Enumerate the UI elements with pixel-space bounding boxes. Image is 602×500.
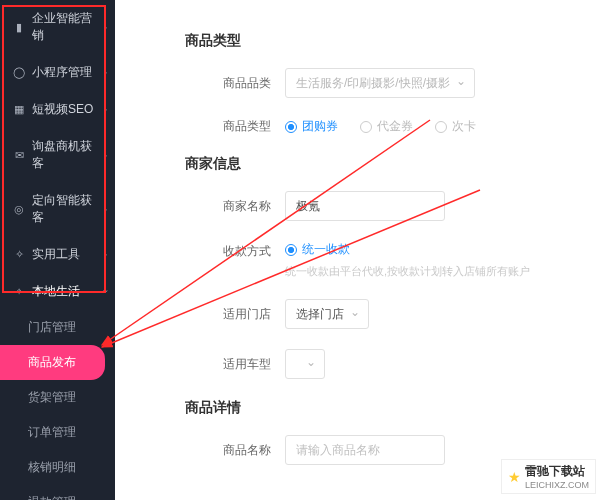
chevron-down-icon: › (100, 290, 111, 293)
radio-group-collect: 统一收款 (285, 241, 530, 258)
select-value: 生活服务/印刷摄影/快照/摄影 (296, 75, 450, 92)
row-type: 商品类型 团购券 代金券 次卡 (205, 118, 578, 135)
menu-label: 企业智能营销 (32, 10, 104, 44)
radio-dot-icon (435, 121, 447, 133)
sub-item-order-manage[interactable]: 订单管理 (0, 415, 115, 450)
menu-local-life[interactable]: ⌖ 本地生活 › (0, 273, 115, 310)
radio-groupbuy[interactable]: 团购券 (285, 118, 338, 135)
row-merchant-name: 商家名称 极氪 (205, 191, 578, 221)
menu-tools[interactable]: ✧ 实用工具 › (0, 236, 115, 273)
grid-icon: ▦ (12, 103, 26, 117)
label-merchant-name: 商家名称 (205, 198, 271, 215)
sub-item-product-publish[interactable]: 商品发布 (0, 345, 105, 380)
watermark-sub: LEICHIXZ.COM (525, 480, 589, 490)
main-content: 商品类型 商品品类 生活服务/印刷摄影/快照/摄影 商品类型 团购券 代金券 次… (115, 0, 602, 500)
chat-icon: ✉ (12, 148, 26, 162)
submenu-local-life: 门店管理 商品发布 货架管理 订单管理 核销明细 退款管理 (0, 310, 115, 500)
menu-inquiry-leads[interactable]: ✉ 询盘商机获客 › (0, 128, 115, 182)
chevron-right-icon: › (104, 67, 107, 78)
radio-voucher[interactable]: 代金券 (360, 118, 413, 135)
chevron-right-icon: › (104, 104, 107, 115)
sub-item-verify-detail[interactable]: 核销明细 (0, 450, 115, 485)
watermark-title: 雷驰下载站 (525, 463, 589, 480)
sub-item-store-manage[interactable]: 门店管理 (0, 310, 115, 345)
sub-item-refund-manage[interactable]: 退款管理 (0, 485, 115, 500)
row-car: 适用车型 (205, 349, 578, 379)
menu-miniprogram[interactable]: ◯ 小程序管理 › (0, 54, 115, 91)
menu-targeted-acquire[interactable]: ◎ 定向智能获客 › (0, 182, 115, 236)
button-label: 选择门店 (296, 306, 344, 323)
chevron-right-icon: › (104, 22, 107, 33)
menu-short-video-seo[interactable]: ▦ 短视频SEO › (0, 91, 115, 128)
row-category: 商品品类 生活服务/印刷摄影/快照/摄影 (205, 68, 578, 98)
chevron-right-icon: › (104, 249, 107, 260)
watermark-badge: ★ 雷驰下载站 LEICHIXZ.COM (501, 459, 596, 494)
select-store-button[interactable]: 选择门店 (285, 299, 369, 329)
menu-label: 本地生活 (32, 283, 104, 300)
radio-unified-collect[interactable]: 统一收款 (285, 241, 350, 258)
radio-label: 团购券 (302, 118, 338, 135)
input-merchant-name[interactable]: 极氪 (285, 191, 445, 221)
label-collect: 收款方式 (205, 241, 271, 260)
label-product-name: 商品名称 (205, 442, 271, 459)
sub-item-shelf-manage[interactable]: 货架管理 (0, 380, 115, 415)
select-car[interactable] (285, 349, 325, 379)
star-icon: ★ (508, 469, 521, 485)
label-type: 商品类型 (205, 118, 271, 135)
wrench-icon: ✧ (12, 248, 26, 262)
chevron-right-icon: › (104, 204, 107, 215)
row-store: 适用门店 选择门店 (205, 299, 578, 329)
bars-icon: ▮ (12, 20, 26, 34)
radio-label: 次卡 (452, 118, 476, 135)
circle-icon: ◯ (12, 66, 26, 80)
label-category: 商品品类 (205, 75, 271, 92)
row-collect: 收款方式 统一收款 统一收款由平台代收,按收款计划转入店铺所有账户 (205, 241, 578, 279)
input-value: 极氪 (296, 198, 320, 215)
label-store: 适用门店 (205, 306, 271, 323)
radio-dot-icon (285, 244, 297, 256)
target-icon: ◎ (12, 202, 26, 216)
section-merchant-info: 商家信息 (185, 155, 578, 173)
radio-group-type: 团购券 代金券 次卡 (285, 118, 476, 135)
radio-dot-icon (360, 121, 372, 133)
chevron-right-icon: › (104, 150, 107, 161)
input-placeholder: 请输入商品名称 (296, 442, 380, 459)
collect-hint: 统一收款由平台代收,按收款计划转入店铺所有账户 (285, 264, 530, 279)
radio-times-card[interactable]: 次卡 (435, 118, 476, 135)
select-category[interactable]: 生活服务/印刷摄影/快照/摄影 (285, 68, 475, 98)
pin-icon: ⌖ (12, 285, 26, 299)
menu-label: 小程序管理 (32, 64, 104, 81)
radio-label: 统一收款 (302, 241, 350, 258)
menu-label: 短视频SEO (32, 101, 104, 118)
menu-label: 询盘商机获客 (32, 138, 104, 172)
menu-enterprise-marketing[interactable]: ▮ 企业智能营销 › (0, 0, 115, 54)
section-product-detail: 商品详情 (185, 399, 578, 417)
menu-label: 定向智能获客 (32, 192, 104, 226)
input-product-name[interactable]: 请输入商品名称 (285, 435, 445, 465)
radio-dot-icon (285, 121, 297, 133)
sidebar: ▮ 企业智能营销 › ◯ 小程序管理 › ▦ 短视频SEO › ✉ 询盘商机获客… (0, 0, 115, 500)
radio-label: 代金券 (377, 118, 413, 135)
label-car: 适用车型 (205, 356, 271, 373)
section-product-type: 商品类型 (185, 32, 578, 50)
menu-label: 实用工具 (32, 246, 104, 263)
